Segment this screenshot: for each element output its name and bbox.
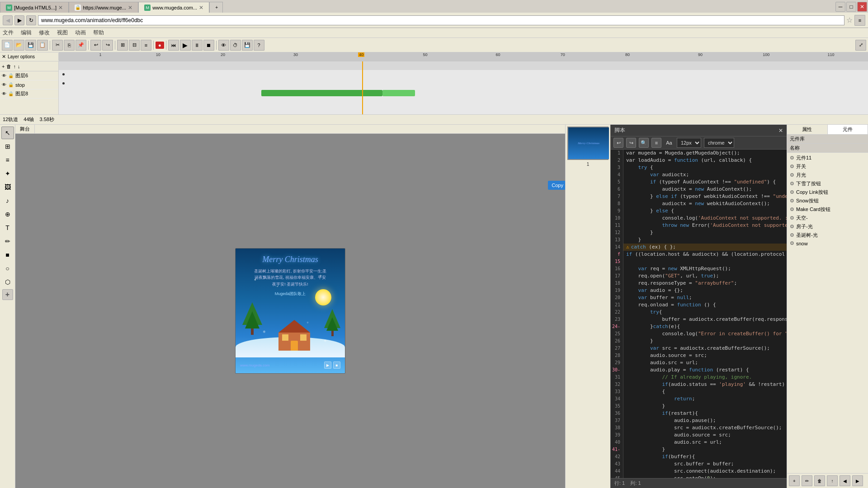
right-nav-next[interactable]: ▶ <box>852 475 863 486</box>
add-element-btn[interactable]: + <box>2 289 13 300</box>
image-tool[interactable]: 🖼 <box>1 181 14 193</box>
help-btn[interactable]: ? <box>254 40 264 51</box>
align-tool[interactable]: ≡ <box>1 154 14 166</box>
right-nav-prev[interactable]: ◀ <box>840 475 850 486</box>
preview-btn[interactable]: 👁 <box>218 40 229 51</box>
stage-tab[interactable]: 舞台 <box>15 125 35 133</box>
save-btn[interactable]: 💾 <box>25 40 36 51</box>
paste-btn[interactable]: 📌 <box>75 40 86 51</box>
search-script-btn[interactable]: 🔍 <box>639 138 649 148</box>
script-content[interactable]: 1 var mugeda = Mugeda.getMugedaObject();… <box>611 150 787 478</box>
tab-components[interactable]: 元件 <box>828 125 868 134</box>
thumbnail-1[interactable]: Merry Christmas <box>567 127 609 160</box>
save2-btn[interactable]: 💾 <box>242 40 253 51</box>
maximize-btn[interactable]: □ <box>846 2 856 12</box>
element-item-0[interactable]: ⚙ 元件11 <box>788 154 867 162</box>
undo-btn[interactable]: ↩ <box>90 40 101 51</box>
layer-eye-1[interactable]: 👁 <box>2 73 6 78</box>
element-item-10[interactable]: ⚙ snow <box>788 239 867 247</box>
address-bar[interactable] <box>38 15 844 25</box>
list-script-btn[interactable]: ≡ <box>651 138 661 148</box>
close-btn[interactable]: ✕ <box>857 2 867 12</box>
rewind-btn[interactable]: ⏮ <box>168 40 179 51</box>
timer-btn[interactable]: ⏱ <box>230 40 241 51</box>
play-btn[interactable]: ▶ <box>180 40 191 51</box>
copy-btn[interactable]: ⎘ <box>64 40 75 51</box>
effects-tool[interactable]: ✦ <box>1 167 14 180</box>
move-down-btn[interactable]: ↓ <box>18 64 20 69</box>
element-item-9[interactable]: ⚙ 圣诞树-光 <box>788 231 867 239</box>
bookmark-star[interactable]: ☆ <box>846 16 853 24</box>
record-btn[interactable]: ● <box>156 42 164 49</box>
browser-tab-new[interactable]: + <box>209 2 223 13</box>
element-item-4[interactable]: ⚙ Copy Link按钮 <box>788 188 867 197</box>
menu-view[interactable]: 视图 <box>57 29 68 37</box>
layer-eye-3[interactable]: 👁 <box>2 91 6 96</box>
element-item-3[interactable]: ⚙ 下雪了按钮 <box>788 179 867 188</box>
pause-btn[interactable]: ⏸ <box>192 40 203 51</box>
open-btn[interactable]: 📂 <box>14 40 24 51</box>
tab-properties[interactable]: 属性 <box>787 125 828 134</box>
cut-btn[interactable]: ✂ <box>52 40 63 51</box>
audio-tool[interactable]: ♪ <box>1 194 14 207</box>
browser-tab-3[interactable]: M www.mugeda.com... ✕ <box>138 2 209 13</box>
tab-close-3[interactable]: ✕ <box>199 5 203 11</box>
align-center-btn[interactable]: ≡ <box>141 40 151 51</box>
script-close-btn[interactable]: ✕ <box>778 127 783 134</box>
link-tool[interactable]: ⊕ <box>1 208 14 221</box>
select-tool[interactable]: ↖ <box>1 127 14 139</box>
browser-tab-1[interactable]: M [Mugeda HTML5...] ✕ <box>0 2 69 13</box>
align-left-btn[interactable]: ⊟ <box>129 40 140 51</box>
redo-script-btn[interactable]: ↪ <box>626 138 636 148</box>
grid-tool[interactable]: ⊞ <box>1 140 14 153</box>
element-item-7[interactable]: ⚙ 天空- <box>788 214 867 222</box>
element-item-1[interactable]: ⚙ 开关 <box>788 162 867 171</box>
element-item-2[interactable]: ⚙ 月光 <box>788 171 867 179</box>
settings-icon[interactable]: ≡ <box>854 15 865 26</box>
fullscreen-btn[interactable]: ⤢ <box>855 40 866 51</box>
right-add-btn[interactable]: + <box>789 475 800 486</box>
redo-btn[interactable]: ↪ <box>102 40 113 51</box>
element-item-6[interactable]: ⚙ Make Card按钮 <box>788 205 867 214</box>
browser-tab-2[interactable]: 🔒 https://www.muge... ✕ <box>69 2 138 13</box>
undo-script-btn[interactable]: ↩ <box>613 138 623 148</box>
forward-btn[interactable]: ▶ <box>14 15 24 25</box>
card-stop-btn[interactable]: ■ <box>333 361 340 369</box>
minimize-btn[interactable]: ─ <box>835 2 845 12</box>
text-tool[interactable]: T <box>1 221 14 234</box>
element-item-8[interactable]: ⚙ 房子-光 <box>788 222 867 231</box>
element-item-5[interactable]: ⚙ Snow按钮 <box>788 197 867 205</box>
copy-button[interactable]: Copy <box>548 181 565 190</box>
add-layer-btn[interactable]: + <box>2 64 5 69</box>
group-btn[interactable]: ⊞ <box>117 40 128 51</box>
browser-selector[interactable]: chrome firefox safari <box>704 138 734 148</box>
menu-animation[interactable]: 动画 <box>75 29 86 37</box>
card-play-btn[interactable]: ▶ <box>324 361 331 369</box>
layer-lock-3[interactable]: 🔒 <box>8 91 14 96</box>
back-btn[interactable]: ◀ <box>3 15 13 25</box>
refresh-btn[interactable]: ↻ <box>26 15 36 25</box>
menu-edit[interactable]: 编辑 <box>21 29 32 37</box>
layer-eye-2[interactable]: 👁 <box>2 82 6 87</box>
rect-tool[interactable]: ■ <box>1 249 14 261</box>
font-size-selector[interactable]: 12px 14px 16px <box>677 138 701 148</box>
pen-tool[interactable]: ✏ <box>1 235 14 248</box>
polygon-tool[interactable]: ⬡ <box>1 276 14 288</box>
menu-help[interactable]: 帮助 <box>93 29 104 37</box>
delete-layer-btn[interactable]: 🗑 <box>6 64 11 69</box>
menu-modify[interactable]: 修改 <box>39 29 50 37</box>
close-timeline-btn[interactable]: ✕ <box>2 54 6 60</box>
ellipse-tool[interactable]: ○ <box>1 262 14 275</box>
save-as-btn[interactable]: 📋 <box>37 40 48 51</box>
menu-file[interactable]: 文件 <box>3 29 14 37</box>
tab-close-2[interactable]: ✕ <box>128 5 132 11</box>
layer-lock-2[interactable]: 🔒 <box>8 82 14 87</box>
new-btn[interactable]: 📄 <box>2 40 13 51</box>
right-edit-btn[interactable]: ✏ <box>802 475 812 486</box>
stage-canvas[interactable]: Merry Christmas 圣诞树上璀璨的彩灯, 折射你平安一生;圣 诞夜飘… <box>15 134 565 488</box>
right-move-btn[interactable]: ↑ <box>827 475 838 486</box>
layer-lock-1[interactable]: 🔒 <box>8 73 14 78</box>
stop-btn[interactable]: ⏹ <box>203 40 214 51</box>
right-delete-btn[interactable]: 🗑 <box>814 475 825 486</box>
tab-close-1[interactable]: ✕ <box>58 5 63 11</box>
